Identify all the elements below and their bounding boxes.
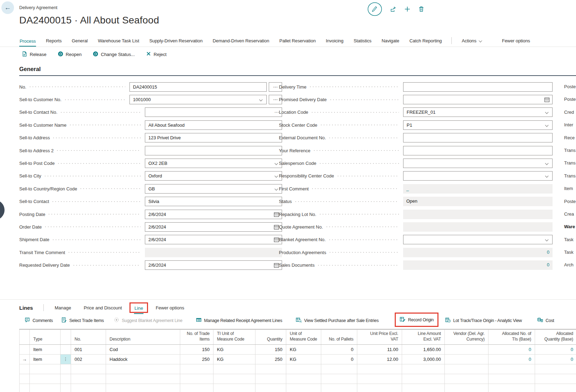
promised-delivery-date-input[interactable] xyxy=(403,95,553,104)
tab-process[interactable]: Process xyxy=(19,36,36,47)
fewer-options-menu[interactable]: Fewer options xyxy=(501,36,530,47)
delivery-time-input[interactable] xyxy=(403,82,553,92)
no-input[interactable]: DA2400015 xyxy=(129,82,267,92)
calendar-icon[interactable] xyxy=(544,97,550,104)
tab-supply-driven-reservation[interactable]: Supply-Driven Reservation xyxy=(149,36,203,47)
tab-pallet-reservation[interactable]: Pallet Reservation xyxy=(279,36,316,47)
cell-unit_price[interactable]: 11.00 xyxy=(357,344,402,354)
cell-quantity[interactable]: 150 xyxy=(255,344,286,354)
lines-action-view-settled-purchase-after-sale-entries[interactable]: View Settled Purchase after Sale Entries xyxy=(296,317,379,324)
requested-delivery-date-input[interactable]: 2/6/2024 xyxy=(145,260,282,270)
column-header-alloc_tis[interactable]: Allocated No. of TIs (Base) xyxy=(489,330,535,345)
sell-to-address-2-input[interactable] xyxy=(145,146,282,155)
column-header-description[interactable]: Description xyxy=(106,330,180,345)
actions-menu[interactable]: Actions xyxy=(461,36,482,47)
cell-uom[interactable]: KG xyxy=(286,344,321,354)
chevron-down-icon[interactable] xyxy=(545,238,549,241)
chevron-down-icon[interactable] xyxy=(545,174,549,178)
shipment-date-input[interactable]: 2/6/2024 xyxy=(145,235,282,244)
lines-action-comments[interactable]: Comments xyxy=(24,317,53,324)
column-header-uom[interactable]: Unit of Measure Code xyxy=(286,330,321,345)
order-date-input[interactable]: 2/6/2024 xyxy=(145,222,282,232)
delete-icon[interactable] xyxy=(418,6,424,12)
tab-general[interactable]: General xyxy=(71,36,88,47)
action-change-status[interactable]: Change Status... xyxy=(93,51,135,58)
external-document-no-input[interactable] xyxy=(403,133,553,142)
sell-to-customer-name-input[interactable]: All About Seafood xyxy=(145,120,282,130)
lines-action-record-origin-highlighted[interactable]: Record Origin xyxy=(395,313,438,327)
cell-pallets[interactable]: 0 xyxy=(321,354,357,364)
cell-alloc_qty[interactable]: 0 xyxy=(535,354,576,364)
cell-selector[interactable] xyxy=(20,344,30,354)
column-header-quantity[interactable]: Quantity xyxy=(255,330,286,345)
calendar-icon[interactable] xyxy=(274,224,279,231)
cell-selector[interactable]: → xyxy=(20,354,30,364)
sell-to-country-region-code-input[interactable]: GB xyxy=(145,184,282,194)
back-button[interactable]: ← xyxy=(1,1,14,14)
cell-description[interactable]: Cod xyxy=(106,344,180,354)
posting-date-input[interactable]: 2/6/2024 xyxy=(145,210,282,219)
action-release[interactable]: Release xyxy=(22,51,47,58)
cell-pallets[interactable]: 0 xyxy=(321,344,357,354)
sell-to-address-input[interactable]: 123 Privet Drive xyxy=(145,133,282,142)
calendar-icon[interactable] xyxy=(274,262,279,270)
tab-statistics[interactable]: Statistics xyxy=(353,36,372,47)
sell-to-customer-no-input[interactable]: 1001000 xyxy=(129,95,267,104)
tab-catch-reporting[interactable]: Catch Reporting xyxy=(409,36,442,47)
tab-warehouse-task-list[interactable]: Warehouse Task List xyxy=(98,36,140,47)
column-header-unit_price[interactable]: Unit Price Excl. VAT xyxy=(357,330,402,345)
tab-demand-driven-reservation[interactable]: Demand-Driven Reservation xyxy=(212,36,270,47)
breadcrumb[interactable]: Delivery Agreement xyxy=(19,5,57,10)
lines-action-cost[interactable]: Cost xyxy=(537,317,554,324)
lines-tab-price-and-discount[interactable]: Price and Discount xyxy=(83,302,122,314)
assist-edit-icon[interactable]: ⋯ xyxy=(274,108,279,117)
tab-reports[interactable]: Reports xyxy=(45,36,62,47)
cell-trade_items[interactable]: 250 xyxy=(180,354,213,364)
cell-type[interactable]: Item xyxy=(30,344,61,354)
cell-quantity[interactable]: 250 xyxy=(255,354,286,364)
cell-vendor[interactable] xyxy=(445,354,489,364)
cell-line_amount[interactable]: 3,000.00 xyxy=(402,354,445,364)
cell-type[interactable]: Item xyxy=(30,354,61,364)
cell-no[interactable]: 001 xyxy=(71,344,106,354)
salesperson-code-input[interactable] xyxy=(403,159,553,168)
cell-uom[interactable]: KG xyxy=(286,354,321,364)
lines-tab-manage[interactable]: Manage xyxy=(54,302,71,314)
cell-description[interactable]: Haddock xyxy=(106,354,180,364)
cell-no[interactable]: 002 xyxy=(71,354,106,364)
tab-invoicing[interactable]: Invoicing xyxy=(325,36,344,47)
column-header-pallets[interactable]: No. of Pallets xyxy=(321,330,357,345)
cell-vendor[interactable] xyxy=(445,344,489,354)
column-header-type[interactable]: Type xyxy=(30,330,61,345)
column-header-line_amount[interactable]: Line Amount Excl. VAT xyxy=(402,330,445,345)
cell-alloc_tis[interactable]: 0 xyxy=(489,344,535,354)
cell-alloc_qty[interactable]: 0 xyxy=(535,344,576,354)
cell-trade_items[interactable]: 150 xyxy=(180,344,213,354)
edge-floating-button[interactable] xyxy=(0,200,5,220)
lines-action-select-trade-items[interactable]: Select Trade Items xyxy=(61,317,104,324)
add-icon[interactable] xyxy=(404,6,410,12)
general-section-title[interactable]: General xyxy=(19,66,41,72)
edit-pencil-icon[interactable] xyxy=(367,2,382,16)
calendar-icon[interactable] xyxy=(274,237,279,244)
your-reference-input[interactable] xyxy=(403,146,553,155)
column-header-alloc_qty[interactable]: Allocated Quantity (Base) xyxy=(535,330,576,345)
location-code-input[interactable]: FREEZER_01 xyxy=(403,107,553,117)
calendar-icon[interactable] xyxy=(274,212,279,219)
column-header-trade_items[interactable]: No. of Trade Items xyxy=(180,330,213,345)
sell-to-city-input[interactable]: Oxford xyxy=(145,171,282,181)
cell-ti_uom[interactable]: KG xyxy=(213,354,255,364)
column-header-no[interactable]: No. xyxy=(71,330,106,345)
cell-line_amount[interactable]: 1,650.00 xyxy=(402,344,445,354)
lines-tab-line[interactable]: Line xyxy=(134,302,143,314)
cell-dots[interactable] xyxy=(61,344,71,354)
share-icon[interactable] xyxy=(390,6,396,12)
column-header-ti_uom[interactable]: TI Unit of Measure Code xyxy=(213,330,255,345)
stock-center-code-input[interactable]: P1 xyxy=(403,120,553,130)
action-reopen[interactable]: Reopen xyxy=(58,51,82,58)
lines-action-lot-track-trace-origin-analytic-view[interactable]: Lot Track/Trace Origin - Analytic View xyxy=(445,317,522,324)
chevron-down-icon[interactable] xyxy=(545,162,549,165)
cell-ti_uom[interactable]: KG xyxy=(213,344,255,354)
responsibility-center-code-input[interactable] xyxy=(403,171,553,181)
sell-to-contact-no-input[interactable]: ⋯ xyxy=(145,107,282,117)
